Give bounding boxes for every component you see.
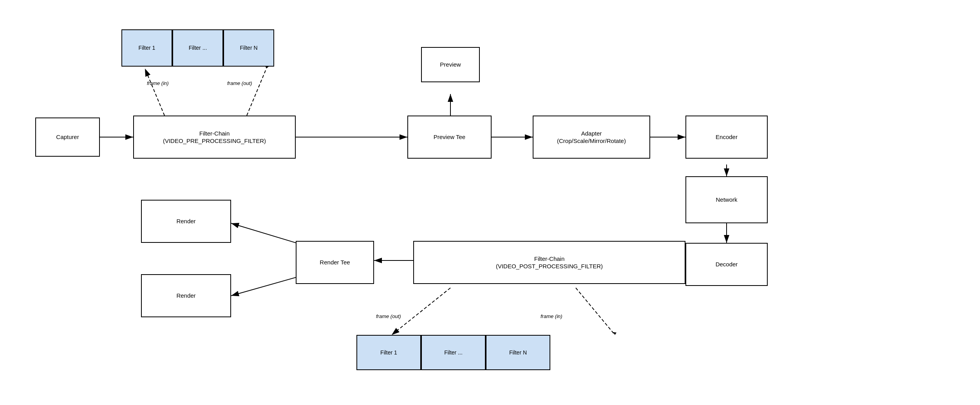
preview-box: Preview (421, 47, 480, 82)
frame-in-bottom-label: frame (in) (541, 313, 562, 319)
filter-dots-top-box: Filter ... (172, 29, 223, 67)
filterN-top-label: Filter N (240, 44, 257, 51)
svg-line-13 (145, 69, 165, 116)
svg-marker-18 (613, 332, 617, 335)
svg-line-14 (247, 69, 266, 116)
filter-dots-bottom-label: Filter ... (444, 349, 463, 356)
capturer-label: Capturer (56, 133, 79, 141)
filter1-bottom-box: Filter 1 (356, 335, 421, 370)
capturer-box: Capturer (35, 118, 100, 157)
filter-chain-pre-box: Filter-Chain (VIDEO_PRE_PROCESSING_FILTE… (133, 116, 296, 159)
preview-tee-box: Preview Tee (407, 116, 492, 159)
frame-out-top-label: frame (out) (227, 80, 252, 86)
filter-dots-bottom-box: Filter ... (421, 335, 486, 370)
adapter-box: Adapter (Crop/Scale/Mirror/Rotate) (533, 116, 650, 159)
diagram-container: Capturer Filter-Chain (VIDEO_PRE_PROCESS… (0, 0, 980, 405)
adapter-label: Adapter (Crop/Scale/Mirror/Rotate) (557, 130, 626, 145)
encoder-box: Encoder (685, 116, 768, 159)
filter-chain-post-box: Filter-Chain (VIDEO_POST_PROCESSING_FILT… (413, 241, 685, 284)
decoder-box: Decoder (685, 243, 768, 286)
filterN-bottom-box: Filter N (486, 335, 550, 370)
frame-in-top-label: frame (in) (147, 80, 169, 86)
render-tee-box: Render Tee (296, 241, 374, 284)
frame-out-bottom-label: frame (out) (376, 313, 401, 319)
filterN-top-box: Filter N (223, 29, 274, 67)
filter1-top-box: Filter 1 (121, 29, 172, 67)
render2-label: Render (176, 292, 195, 300)
decoder-label: Decoder (716, 260, 738, 268)
network-label: Network (716, 196, 737, 204)
encoder-label: Encoder (716, 133, 738, 141)
filter-chain-pre-label: Filter-Chain (VIDEO_PRE_PROCESSING_FILTE… (163, 130, 266, 145)
render1-label: Render (176, 217, 195, 225)
filter-dots-top-label: Filter ... (189, 44, 207, 51)
svg-line-16 (392, 288, 450, 335)
filter1-top-label: Filter 1 (139, 44, 155, 51)
filterN-bottom-label: Filter N (509, 349, 527, 356)
render1-box: Render (141, 200, 231, 243)
svg-line-17 (576, 288, 615, 335)
filter1-bottom-label: Filter 1 (380, 349, 397, 356)
network-box: Network (685, 176, 768, 223)
preview-tee-label: Preview Tee (434, 133, 465, 141)
render-tee-label: Render Tee (320, 259, 350, 266)
preview-label: Preview (440, 61, 461, 69)
filter-chain-post-label: Filter-Chain (VIDEO_POST_PROCESSING_FILT… (496, 255, 603, 270)
render2-box: Render (141, 274, 231, 317)
